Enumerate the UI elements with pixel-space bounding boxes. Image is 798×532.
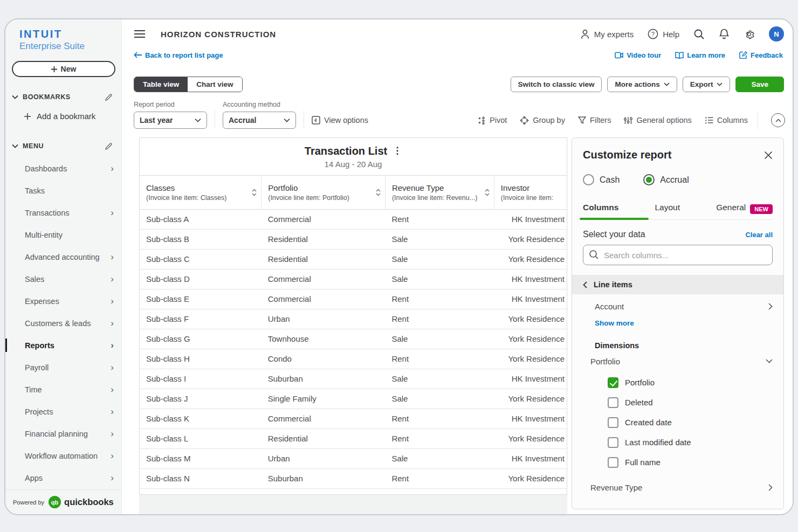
panel-tab-general[interactable]: General <box>716 198 746 219</box>
clear-all-link[interactable]: Clear all <box>745 231 773 239</box>
pivot-label: Pivot <box>490 116 507 125</box>
new-button[interactable]: New <box>12 61 115 77</box>
checkbox-checked-icon[interactable] <box>608 377 618 388</box>
video-tour-link[interactable]: Video tour <box>615 51 661 59</box>
more-actions-button[interactable]: More actions <box>607 77 677 92</box>
column-header-investor[interactable]: Investor(Invoice line item: <box>494 176 567 209</box>
collapse-toolbar-button[interactable] <box>771 113 785 127</box>
radio-unselected-icon <box>583 174 594 185</box>
checkbox-row-last-modified-date[interactable]: Last modified date <box>583 432 773 452</box>
table-cell: Single Family <box>262 389 386 409</box>
save-button[interactable]: Save <box>735 77 784 92</box>
table-cell: Commercial <box>262 269 386 289</box>
accounting-method-select[interactable]: Accrual <box>223 112 296 129</box>
table-view-tab[interactable]: Table view <box>134 77 188 92</box>
cash-radio[interactable]: Cash <box>583 174 620 185</box>
panel-tab-columns[interactable]: Columns <box>583 198 618 219</box>
sidebar-item-tasks[interactable]: Tasks <box>5 179 121 202</box>
chart-view-tab[interactable]: Chart view <box>188 77 242 92</box>
back-link-label: Back to report list page <box>145 51 223 59</box>
sidebar-item-label: Financial planning <box>25 430 88 438</box>
sidebar-item-reports[interactable]: Reports› <box>5 334 121 356</box>
chevron-right-icon: › <box>111 274 114 284</box>
sidebar-item-label: Reports <box>25 341 54 350</box>
general-options-button[interactable]: General options <box>624 116 691 125</box>
sidebar-item-dashboards[interactable]: Dashboards› <box>5 157 121 179</box>
view-options-button[interactable]: View options <box>312 112 368 129</box>
bookmarks-section-header[interactable]: BOOKMARKS <box>5 90 121 104</box>
checkbox-label: Created date <box>625 418 672 427</box>
table-row: Sub-class FUrbanRentYork Residence <box>140 309 567 329</box>
chevron-right-icon: › <box>111 407 114 416</box>
sidebar-item-financial-planning[interactable]: Financial planning› <box>5 423 121 445</box>
menu-section-header[interactable]: MENU <box>5 139 121 153</box>
filters-label: Filters <box>590 116 611 125</box>
checkbox-unchecked-icon[interactable] <box>608 457 618 468</box>
back-to-report-list-link[interactable]: Back to report list page <box>134 51 223 59</box>
sidebar-item-payroll[interactable]: Payroll› <box>5 356 121 378</box>
table-cell: Sale <box>385 389 494 409</box>
sidebar-item-time[interactable]: Time› <box>5 378 121 400</box>
user-avatar[interactable]: N <box>769 26 784 42</box>
view-options-label: View options <box>324 116 368 125</box>
search-icon[interactable] <box>693 29 705 40</box>
feedback-link[interactable]: Feedback <box>739 51 783 59</box>
kebab-menu-icon[interactable]: ⋮ <box>393 148 402 153</box>
sidebar-item-apps[interactable]: Apps› <box>5 467 121 489</box>
checkbox-unchecked-icon[interactable] <box>608 397 618 408</box>
learn-more-link[interactable]: Learn more <box>675 51 725 59</box>
checkbox-unchecked-icon[interactable] <box>608 437 618 448</box>
search-columns-input[interactable] <box>583 245 773 265</box>
sidebar-item-expenses[interactable]: Expenses› <box>5 290 121 312</box>
panel-tab-layout[interactable]: Layout <box>655 198 680 219</box>
accrual-radio[interactable]: Accrual <box>643 174 689 185</box>
sidebar-item-sales[interactable]: Sales› <box>5 268 121 290</box>
hamburger-menu-icon[interactable] <box>134 30 146 38</box>
portfolio-group-row[interactable]: Portfolio <box>583 350 773 372</box>
checkbox-unchecked-icon[interactable] <box>608 417 618 428</box>
my-experts-button[interactable]: My experts <box>580 29 634 39</box>
filters-button[interactable]: Filters <box>578 116 611 125</box>
sort-icon[interactable] <box>376 189 381 196</box>
help-button[interactable]: ? Help <box>648 29 679 39</box>
account-row[interactable]: Account <box>583 294 773 318</box>
column-subtitle: (Invoice line item: Portfolio) <box>268 194 349 202</box>
checkbox-row-full-name[interactable]: Full name <box>583 452 773 472</box>
settings-gear-icon[interactable] <box>744 29 755 40</box>
switch-to-classic-view-button[interactable]: Switch to classic view <box>511 77 602 92</box>
sidebar-item-multi-entity[interactable]: Multi-entity <box>5 224 121 246</box>
sidebar-item-projects[interactable]: Projects› <box>5 400 121 423</box>
sidebar-item-advanced-accounting[interactable]: Advanced accounting› <box>5 246 121 268</box>
table-cell: HK Investment <box>494 369 567 389</box>
checkbox-row-portfolio[interactable]: Portfolio <box>583 372 773 392</box>
show-more-link[interactable]: Show more <box>583 319 773 327</box>
column-header-revenue-type[interactable]: Revenue Type(Invoice line item: Revenu..… <box>385 176 494 209</box>
sort-icon[interactable] <box>252 189 257 196</box>
edit-menu-icon[interactable] <box>105 142 113 150</box>
notifications-bell-icon[interactable] <box>719 28 730 40</box>
chevron-right-icon: › <box>111 473 114 482</box>
report-period-select[interactable]: Last year <box>134 112 207 129</box>
columns-button[interactable]: Columns <box>705 116 748 125</box>
column-header-portfolio[interactable]: Portfolio(Invoice line item: Portfolio) <box>262 176 386 209</box>
plus-icon <box>24 113 31 120</box>
column-header-classes[interactable]: Classes(Invoice line item: Classes) <box>140 176 262 209</box>
customize-report-panel: Customize report Cash Accrual ColumnsLay… <box>572 137 784 509</box>
sort-icon[interactable] <box>485 189 490 196</box>
quickbooks-logo-icon: qb <box>49 496 61 508</box>
add-bookmark-button[interactable]: Add a bookmark <box>5 112 121 121</box>
column-subtitle: (Invoice line item: <box>501 194 553 202</box>
pivot-button[interactable]: Pivot <box>478 116 507 125</box>
sidebar-item-workflow-automation[interactable]: Workflow automation› <box>5 445 121 467</box>
line-items-label: Line items <box>594 280 632 289</box>
sidebar-item-transactions[interactable]: Transactions› <box>5 202 121 224</box>
checkbox-row-created-date[interactable]: Created date <box>583 412 773 432</box>
sidebar-item-customers-leads[interactable]: Customers & leads› <box>5 312 121 334</box>
group-by-button[interactable]: Group by <box>520 116 565 125</box>
edit-bookmarks-icon[interactable] <box>105 93 113 101</box>
checkbox-row-deleted[interactable]: Deleted <box>583 392 773 412</box>
line-items-header[interactable]: Line items <box>572 275 783 294</box>
revenue-type-row[interactable]: Revenue Type <box>583 475 773 499</box>
export-button[interactable]: Export <box>683 77 731 92</box>
close-icon[interactable] <box>764 151 773 160</box>
